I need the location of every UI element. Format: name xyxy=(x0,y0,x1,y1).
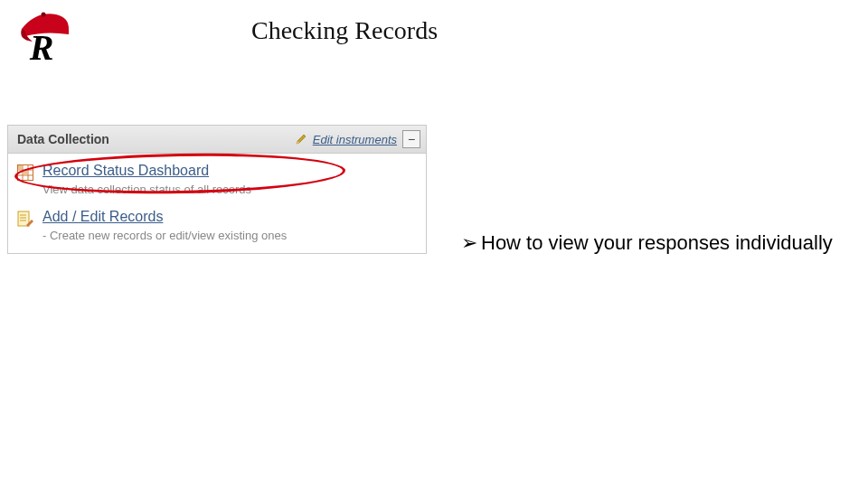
menu-item-desc: - Create new records or edit/view existi… xyxy=(42,229,417,242)
menu-item-add-edit-records[interactable]: Add / Edit Records - Create new records … xyxy=(8,200,426,253)
edit-instruments-link[interactable]: Edit instruments xyxy=(313,133,397,146)
bullet-text: How to view your responses individually xyxy=(481,230,833,256)
menu-item-desc: View data collection status of all recor… xyxy=(42,183,417,196)
collapse-button[interactable]: − xyxy=(402,130,420,148)
bullet-arrow-icon: ➢ xyxy=(461,230,477,256)
form-edit-icon xyxy=(17,211,33,227)
svg-rect-7 xyxy=(18,165,22,169)
menu-item-link[interactable]: Record Status Dashboard xyxy=(42,163,209,178)
pencil-icon xyxy=(295,133,307,145)
menu-item-record-status-dashboard[interactable]: Record Status Dashboard View data collec… xyxy=(8,154,426,200)
grid-icon xyxy=(17,164,33,181)
svg-text:R: R xyxy=(29,27,54,63)
panel-header: Data Collection Edit instruments − xyxy=(8,126,426,154)
svg-rect-9 xyxy=(18,211,29,226)
panel-header-label: Data Collection xyxy=(17,132,109,146)
svg-rect-8 xyxy=(24,171,27,174)
page-title: Checking Records xyxy=(251,16,438,45)
menu-item-link[interactable]: Add / Edit Records xyxy=(42,209,163,224)
data-collection-panel: Data Collection Edit instruments − xyxy=(7,125,427,254)
svg-point-0 xyxy=(42,13,46,17)
logo: R xyxy=(16,9,83,63)
bullet-item: ➢ How to view your responses individuall… xyxy=(461,230,850,256)
